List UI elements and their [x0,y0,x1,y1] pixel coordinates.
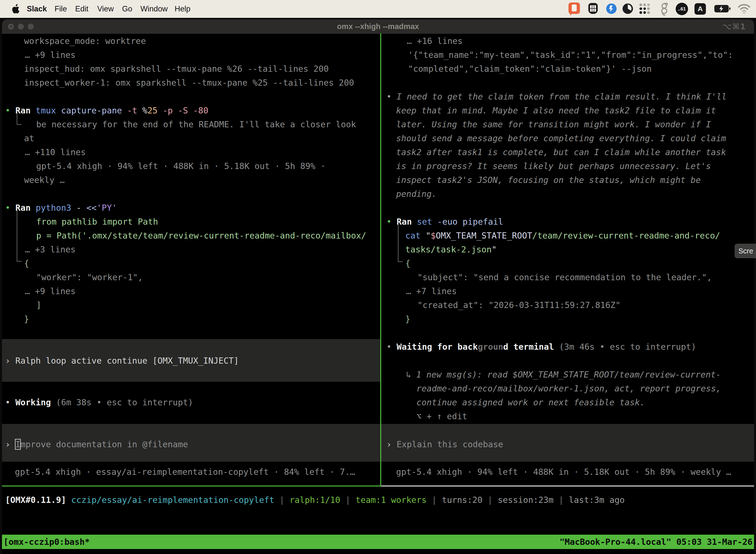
terminal-text-segment: gpt-5.4 xhigh · 94% left · 488K in · 5.1… [36,161,326,171]
terminal-text-segment: • [5,397,15,407]
terminal-line: keep that in mind. Maybe I also need the… [396,104,716,117]
terminal-text-segment: cat [405,231,426,240]
right-prompt-input[interactable]: › Explain this codebase [386,437,503,451]
terminal-text-segment: $ [431,231,436,240]
terminal-text-segment: pending. [396,189,437,199]
terminal-text-segment: "subject": "send a concise recommendatio… [418,272,712,282]
terminal-line: "worker": "worker-1", [36,270,143,284]
omx-status-line: [OMX#0.11.9] cczip/essay/ai-reimplementa… [5,493,625,507]
terminal-line: inspect task2's JSON, focusing on the st… [396,173,701,187]
terminal-text-segment: … +16 lines [407,36,462,46]
squiggle-icon[interactable] [659,2,669,16]
terminal-text-segment: … +3 lines [25,244,76,255]
terminal-text-segment: gpt-5.4 xhigh · essay/ai-reimplementatio… [15,467,355,477]
terminal-text-segment: | [432,495,442,505]
terminal-text-segment: } [24,314,29,324]
seal-icon[interactable] [605,2,618,15]
terminal-line: … +16 lines [407,34,462,48]
shield-icon[interactable] [588,3,598,14]
terminal-text-segment: /team/review-current-readme-and-reco/ [532,231,720,240]
terminal-text-segment: -t [127,106,142,115]
wifi-icon[interactable] [737,3,751,14]
terminal-text-segment: keep that in mind. Maybe I also need the… [396,106,716,115]
terminal-text-segment: weekly … [24,175,65,185]
terminal-line: be necessary for the end of the README. … [36,117,356,131]
terminal-text-segment: › [386,439,397,449]
left-prompt-input[interactable]: › Improve documentation in @filename [5,437,188,451]
terminal-text-segment: is in progress? It seems likely but perh… [396,161,711,171]
terminal-text-segment: ↳ [406,370,416,380]
terminal-text-segment: Ran [15,106,36,115]
terminal-text-segment: inspect_worker-1: omx sparkshell --tmux-… [24,78,354,88]
working-status: • Working (6m 38s • esc to interrupt) [5,395,193,409]
menu-item-edit[interactable]: Edit [75,0,88,18]
output-connector [398,224,403,262]
terminal-text-segment: at [24,133,34,143]
terminal-text-segment: ralph:1/10 [290,495,345,505]
terminal-text-segment: 1 new msg(s): read $OMX_TEAM_STATE_ROOT/… [416,370,721,380]
terminal-line: p = Path('.omx/state/team/review-current… [36,229,366,242]
edit-hint: ⌥ + ↑ edit [417,409,467,423]
badge-61-icon[interactable]: ..61 [676,3,688,15]
menu-item-help[interactable]: Help [175,0,190,18]
pane-border[interactable] [2,486,380,487]
terminal-text-segment: -p -S -80 [158,106,208,115]
menu-item-window[interactable]: Window [140,0,168,18]
terminal-text-segment: | [279,495,290,505]
terminal-text-segment: "worker": "worker-1", [36,272,143,282]
chat-icon[interactable] [568,2,580,14]
tmux-window-item[interactable]: [omx-cczip0:bash* [3,535,90,549]
terminal-text-segment: … +7 lines [406,286,457,296]
terminal-text-segment: Ralph loop active continue [OMX_TMUX_INJ… [15,356,239,366]
terminal-line: • Ran tmux capture-pane -t %25 -p -S -80 [5,104,208,117]
terminal-text-segment: | [488,495,498,505]
terminal-text-segment: › [5,439,15,449]
menu-item-go[interactable]: Go [122,0,132,18]
waiting-status: • Waiting for background terminal (3m 46… [386,340,696,354]
terminal-line: … +9 lines [25,48,76,62]
grid-icon[interactable] [639,3,650,14]
menu-item-slack[interactable]: Slack [27,0,47,18]
pie-icon[interactable] [622,2,634,15]
input-source-label: A [694,3,706,15]
terminal-text-segment: … +9 lines [25,286,76,296]
terminal-text-segment: | [345,495,356,505]
terminal-content: workspace_mode: worktree… +9 linesinspec… [2,19,754,554]
menu-item-view[interactable]: View [97,0,114,18]
terminal-text-segment: OMX_TEAM_STATE_ROOT [436,231,532,240]
terminal-text-segment: last:3m ago [569,495,625,505]
terminal-line: later. Using the same for transition mig… [396,117,711,131]
terminal-text-segment: cczip/essay/ai-reimplementation-copyleft [71,495,279,505]
terminal-text-segment: › [5,356,15,366]
pane-border[interactable] [381,486,754,487]
terminal-text-segment: tmux [36,106,61,115]
text-cursor[interactable]: I [15,439,20,449]
terminal-text-segment: be necessary for the end of the README. … [36,119,356,129]
apple-menu-icon[interactable] [11,4,20,14]
terminal-text-segment: readme-and-reco/mailbox/worker-1.json, a… [417,384,721,393]
ralph-loop-status: › Ralph loop active continue [OMX_TMUX_I… [5,354,239,368]
battery-icon[interactable] [714,5,729,12]
pane-border[interactable] [380,33,381,487]
badge-61-label: ..61 [676,3,688,15]
terminal-text-segment: set [417,217,437,227]
terminal-text-segment: I need to get the claim token from the c… [397,92,727,102]
terminal-text-segment: " [426,231,431,240]
terminal-text-segment: Ran [15,203,36,213]
screen: omx --xhigh --madmax ⌥⌘1 workspace_mode:… [0,0,756,554]
terminal-text-segment: { [405,258,410,268]
terminal-text-segment: session:23m [498,495,559,505]
tmux-status-bar: [omx-cczip0:bash* "MacBook-Pro-44.local"… [2,535,754,549]
terminal-text-segment: -euo pipefail [437,217,503,227]
terminal-line: } [24,312,29,326]
right-model-statusline: gpt-5.4 xhigh · 94% left · 488K in · 5.1… [396,465,731,479]
terminal-text-segment: gpt-5.4 xhigh · 94% left · 488K in · 5.1… [396,467,731,477]
terminal-text-segment: python3 [36,203,76,213]
menu-item-file[interactable]: File [55,0,67,18]
input-source-icon[interactable]: A [694,3,706,15]
terminal-line: readme-and-reco/mailbox/worker-1.json, a… [417,382,721,395]
terminal-text-segment: turns:20 [442,495,487,505]
terminal-line: inspect_worker-1: omx sparkshell --tmux-… [24,76,354,90]
terminal-line: gpt-5.4 xhigh · 94% left · 488K in · 5.1… [36,159,326,173]
terminal-line: … +7 lines [406,284,457,298]
